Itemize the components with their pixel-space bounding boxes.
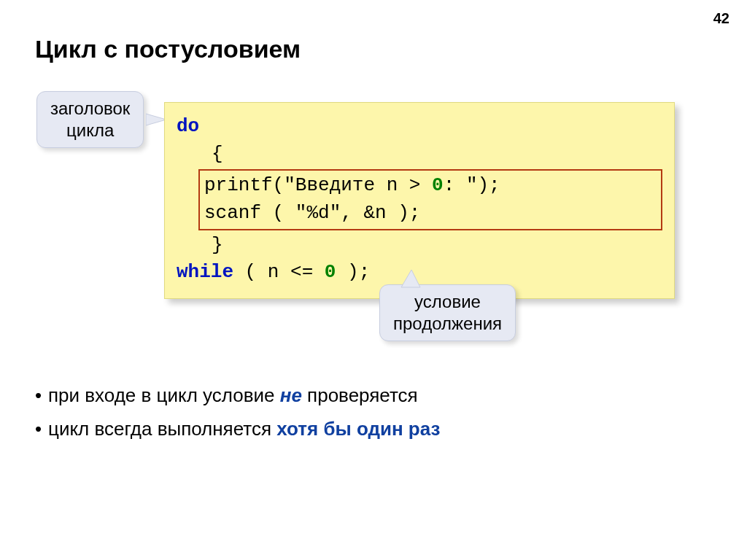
code-line-2: { xyxy=(177,141,662,168)
keyword-while: while xyxy=(177,261,233,283)
code-line-1: do xyxy=(177,113,662,141)
code-l6-num: 0 xyxy=(325,261,336,283)
bullet-2-texta: цикл всегда выполняется xyxy=(48,418,276,440)
callout-condition-pointer-icon xyxy=(398,270,423,289)
code-l6a: ( n <= xyxy=(233,261,325,283)
bullet-1: •при входе в цикл условие не проверяется xyxy=(35,379,440,411)
callout-header: заголовокцикла xyxy=(36,91,144,148)
bullet-2-em: хотя бы один раз xyxy=(276,418,440,440)
code-l3-num: 0 xyxy=(432,174,444,196)
svg-marker-0 xyxy=(146,114,166,125)
callout-condition-text: условиепродолжения xyxy=(393,292,502,333)
code-l3a: printf("Введите n > xyxy=(204,174,432,196)
slide: 42 Цикл с постусловием заголовокцикла те… xyxy=(0,0,747,560)
callout-header-text: заголовокцикла xyxy=(50,98,130,140)
svg-marker-2 xyxy=(401,270,420,287)
bullet-dot-icon: • xyxy=(35,379,48,411)
code-l6b: ); xyxy=(336,261,370,283)
code-l3b: : "); xyxy=(444,174,500,196)
bullet-1-texta: при входе в цикл условие xyxy=(48,384,280,406)
code-line-5: } xyxy=(177,232,662,260)
bullet-1-em: не xyxy=(280,384,302,406)
loop-body-box: printf("Введите n > 0: "); scanf ( "%d",… xyxy=(198,169,662,230)
bullet-list: •при входе в цикл условие не проверяется… xyxy=(35,379,440,446)
code-line-4: scanf ( "%d", &n ); xyxy=(204,200,657,228)
slide-title: Цикл с постусловием xyxy=(35,35,301,63)
bullet-dot-icon: • xyxy=(35,413,48,445)
callout-condition: условиепродолжения xyxy=(379,284,516,341)
page-number: 42 xyxy=(713,10,729,27)
bullet-2: •цикл всегда выполняется хотя бы один ра… xyxy=(35,413,440,445)
code-line-3: printf("Введите n > 0: "); xyxy=(204,172,657,200)
keyword-do: do xyxy=(177,115,199,137)
bullet-1-textb: проверяется xyxy=(302,384,418,406)
